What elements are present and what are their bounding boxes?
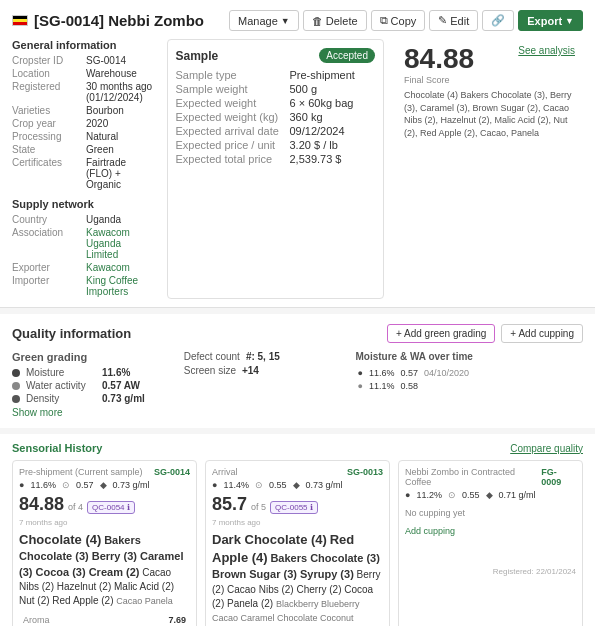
circle-icon: ℹ bbox=[310, 503, 313, 512]
info-row: Registered30 months ago (01/12/2024) bbox=[12, 81, 155, 103]
info-row: ImporterKing Coffee Importers bbox=[12, 275, 155, 297]
water-value: 0.57 AW bbox=[102, 380, 140, 391]
card-type: Arrival bbox=[212, 467, 238, 477]
sample-row: Expected arrival date09/12/2024 bbox=[176, 125, 376, 137]
sample-card-1: Pre-shipment (Current sample) SG-0014 ● … bbox=[12, 460, 197, 626]
green-grading-col: Green grading Moisture 11.6% Water activ… bbox=[12, 351, 164, 418]
score-box: 84.88 Final Score See analysis Chocolate… bbox=[396, 39, 583, 299]
compare-quality-link[interactable]: Compare quality bbox=[510, 443, 583, 454]
density-value: 0.73 g/ml bbox=[102, 393, 145, 404]
score-area: 84.88 Final Score bbox=[404, 45, 474, 85]
green-grading-title: Green grading bbox=[12, 351, 164, 363]
moisture-dot bbox=[12, 369, 20, 377]
card-density: 0.71 g/ml bbox=[499, 490, 536, 500]
page-title: [SG-0014] Nebbi Zombo bbox=[34, 12, 204, 29]
time-ago: 7 months ago bbox=[19, 518, 190, 527]
link-button[interactable]: 🔗 bbox=[482, 10, 514, 31]
trash-icon: 🗑 bbox=[312, 15, 323, 27]
card-type: Nebbi Zombo in Contracted Coffee bbox=[405, 467, 541, 487]
manage-button[interactable]: Manage ▼ bbox=[229, 10, 299, 31]
density-dot bbox=[12, 395, 20, 403]
sample-fields: Sample typePre-shipment Sample weight500… bbox=[176, 69, 376, 165]
info-row: Crop year2020 bbox=[12, 118, 155, 129]
export-button[interactable]: Export ▼ bbox=[518, 10, 583, 31]
quality-actions: + Add green grading + Add cupping bbox=[387, 324, 583, 343]
sample-row: Expected weight (kg)360 kg bbox=[176, 111, 376, 123]
info-grid: General information Cropster IDSG-0014 L… bbox=[12, 39, 583, 299]
sample-header: Sample Accepted bbox=[176, 48, 376, 63]
table-row: Aroma7.69 bbox=[21, 614, 188, 626]
card-score-of: of 5 bbox=[251, 502, 266, 512]
sample-card-3: Nebbi Zombo in Contracted Coffee FG-0009… bbox=[398, 460, 583, 626]
supply-title: Supply network bbox=[12, 198, 155, 210]
qc-badge: QC-0055 ℹ bbox=[270, 501, 317, 514]
card-id: FG-0009 bbox=[541, 467, 576, 487]
link-icon: 🔗 bbox=[491, 14, 505, 27]
status-badge: Accepted bbox=[319, 48, 375, 63]
card-wa: 0.55 bbox=[462, 490, 480, 500]
edit-button[interactable]: ✎ Edit bbox=[429, 10, 478, 31]
registered-area: Registered: 22/01/2024 bbox=[405, 566, 576, 576]
general-info: General information Cropster IDSG-0014 L… bbox=[12, 39, 155, 299]
registered-text: Registered: 22/01/2024 bbox=[493, 567, 576, 576]
flag-icon bbox=[12, 15, 28, 26]
info-row: StateGreen bbox=[12, 144, 155, 155]
card-wa: 0.57 bbox=[76, 480, 94, 490]
info-row: CertificatesFairtrade (FLO) + Organic bbox=[12, 157, 155, 190]
card-score-value: 85.7 bbox=[212, 494, 247, 515]
screen-row: Screen size +14 bbox=[184, 365, 336, 376]
card-score-value: 84.88 bbox=[19, 494, 64, 515]
sample-row: Sample weight500 g bbox=[176, 83, 376, 95]
sample-box: Sample Accepted Sample typePre-shipment … bbox=[167, 39, 385, 299]
moisture-chart-title: Moisture & WA over time bbox=[355, 351, 583, 362]
card-score-row: 84.88 of 4 QC-0054 ℹ bbox=[19, 494, 190, 515]
score-flavors: Chocolate (4) Bakers Chocolate (3), Berr… bbox=[404, 89, 575, 139]
info-row: CountryUganda bbox=[12, 214, 155, 225]
score-label: Final Score bbox=[404, 75, 474, 85]
info-row: VarietiesBourbon bbox=[12, 105, 155, 116]
no-cupping-text: No cupping yet bbox=[405, 508, 576, 518]
card-header-2: Arrival SG-0013 bbox=[212, 467, 383, 477]
sample-row: Expected weight6 × 60kg bag bbox=[176, 97, 376, 109]
see-analysis-link[interactable]: See analysis bbox=[518, 45, 575, 56]
card-id: SG-0013 bbox=[347, 467, 383, 477]
sensorial-section: Sensorial History Compare quality Pre-sh… bbox=[0, 434, 595, 626]
sample-card-2: Arrival SG-0013 ● 11.4% ⊙ 0.55 ◆ 0.73 g/… bbox=[205, 460, 390, 626]
sample-row: Expected total price2,539.73 $ bbox=[176, 153, 376, 165]
moisture-value: 11.6% bbox=[102, 367, 130, 378]
defect-row: Defect count #: 5, 15 bbox=[184, 351, 336, 362]
card-moisture: 11.6% bbox=[30, 480, 56, 490]
chevron-down-icon: ▼ bbox=[281, 16, 290, 26]
sensorial-title: Sensorial History bbox=[12, 442, 102, 454]
card-header-1: Pre-shipment (Current sample) SG-0014 bbox=[19, 467, 190, 477]
top-section: [SG-0014] Nebbi Zombo Manage ▼ 🗑 Delete … bbox=[0, 0, 595, 308]
sample-cards: Pre-shipment (Current sample) SG-0014 ● … bbox=[12, 460, 583, 626]
sensorial-header: Sensorial History Compare quality bbox=[12, 442, 583, 454]
info-row: ProcessingNatural bbox=[12, 131, 155, 142]
time-ago: 7 months ago bbox=[212, 518, 383, 527]
defect-value: #: 5, 15 bbox=[246, 351, 280, 362]
info-row: AssociationKawacom Uganda Limited bbox=[12, 227, 155, 260]
sample-row: Expected price / unit3.20 $ / lb bbox=[176, 139, 376, 151]
qc-badge: QC-0054 ℹ bbox=[87, 501, 134, 514]
general-info-title: General information bbox=[12, 39, 155, 51]
info-row: Cropster IDSG-0014 bbox=[12, 55, 155, 66]
quality-title: Quality information bbox=[12, 326, 131, 341]
card-metrics: ● 11.6% ⊙ 0.57 ◆ 0.73 g/ml bbox=[19, 480, 190, 490]
add-green-grading-button[interactable]: + Add green grading bbox=[387, 324, 495, 343]
info-row: LocationWarehouse bbox=[12, 68, 155, 79]
copy-button[interactable]: ⧉ Copy bbox=[371, 10, 426, 31]
defect-col: Defect count #: 5, 15 Screen size +14 bbox=[184, 351, 336, 376]
card-density: 0.73 g/ml bbox=[113, 480, 150, 490]
delete-button[interactable]: 🗑 Delete bbox=[303, 10, 367, 31]
show-more-link[interactable]: Show more bbox=[12, 407, 63, 418]
moisture-table: ● 11.6% 0.57 04/10/2020 ● 11.1% 0.58 bbox=[355, 366, 475, 394]
title-area: [SG-0014] Nebbi Zombo bbox=[12, 12, 204, 29]
add-cupping-button[interactable]: + Add cupping bbox=[501, 324, 583, 343]
header-row: [SG-0014] Nebbi Zombo Manage ▼ 🗑 Delete … bbox=[12, 10, 583, 31]
card-flavors: Chocolate (4) Bakers Chocolate (3) Berry… bbox=[19, 531, 190, 608]
quality-section: Quality information + Add green grading … bbox=[0, 314, 595, 428]
moisture-chart-col: Moisture & WA over time ● 11.6% 0.57 04/… bbox=[355, 351, 583, 394]
add-cupping-link[interactable]: Add cupping bbox=[405, 526, 455, 536]
card-density: 0.73 g/ml bbox=[306, 480, 343, 490]
